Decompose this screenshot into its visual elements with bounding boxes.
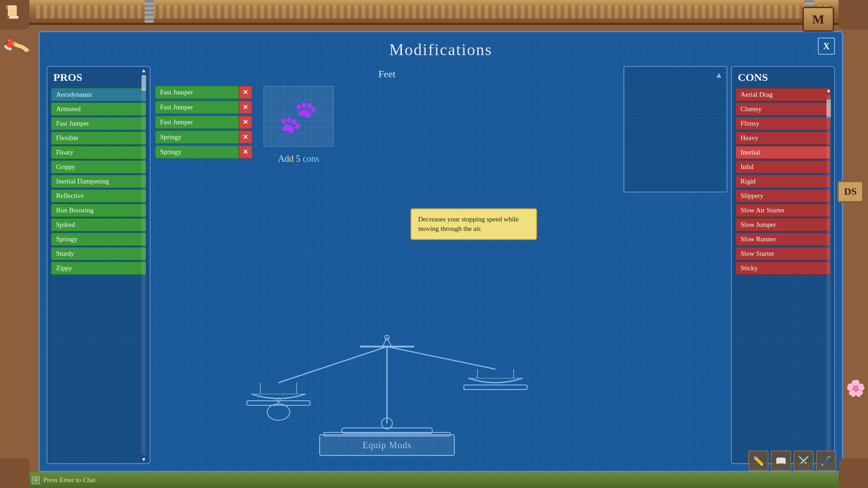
pros-scroll-track (142, 75, 146, 455)
sword-tool-button[interactable]: ⚔️ (793, 450, 814, 471)
cons-item-inful[interactable]: Inful (736, 160, 830, 174)
cons-item-heavy[interactable]: Heavy (736, 131, 830, 145)
svg-line-1 (387, 347, 495, 369)
pros-scroll-down-arrow[interactable]: ▼ (141, 456, 146, 463)
pros-item-flexible[interactable]: Flexible (51, 131, 146, 145)
scale-container (151, 333, 623, 437)
cons-panel: CONS Aerial DragClumsyFlimsyHeavyInertia… (731, 66, 835, 464)
equipped-panel: Fast Jumper✕Fast Jumper✕Fast Jumper✕Spri… (155, 86, 252, 164)
corner-bottom-left (0, 459, 29, 488)
pros-item-sturdy[interactable]: Sturdy (51, 247, 146, 260)
pros-scroll-thumb[interactable] (142, 75, 146, 91)
svg-line-0 (278, 347, 387, 383)
cons-scroll-container: ▲ ▼ (826, 87, 832, 461)
pros-panel: PROS AerodynamicArmoredFast JumperFlexib… (47, 66, 151, 464)
book-tool-button[interactable]: 📖 (771, 450, 791, 471)
equipped-name-eq5: Springy (155, 145, 239, 159)
equipped-remove-eq1[interactable]: ✕ (239, 86, 252, 99)
edit-tool-button[interactable]: 🖊️ (816, 450, 836, 471)
equipped-remove-eq4[interactable]: ✕ (239, 131, 252, 144)
cons-item-slow_starter[interactable]: Slow Starter (736, 247, 830, 260)
corner-top-right (839, 0, 868, 29)
svg-marker-4 (382, 338, 392, 347)
right-pan-up-arrow: ▲ (715, 70, 723, 80)
close-button[interactable]: X (818, 38, 835, 55)
equip-mods-button[interactable]: Equip Mods (319, 434, 455, 456)
chat-prompt: + Press Enter to Chat (32, 476, 95, 484)
equipped-item-eq3: Fast Jumper✕ (155, 116, 252, 129)
cons-scroll-thumb[interactable] (826, 99, 831, 117)
equipped-item-eq5: Springy✕ (155, 145, 252, 159)
cons-word: cons (302, 154, 319, 164)
cons-item-slow_jumper[interactable]: Slow Jumper (736, 218, 830, 231)
svg-point-14 (267, 404, 290, 420)
feet-image-box: 🐾 (264, 86, 334, 147)
pros-item-fast_jumper[interactable]: Fast Jumper (51, 117, 146, 130)
cons-item-sticky[interactable]: Sticky (736, 262, 830, 275)
modifications-modal: X Modifications PROS AerodynamicArmoredF… (38, 31, 843, 472)
top-bar-comb (36, 5, 832, 19)
equipped-remove-eq5[interactable]: ✕ (239, 145, 252, 159)
flower-decoration: 🌸 (846, 379, 866, 398)
cons-scroll-up-arrow[interactable]: ▲ (826, 87, 831, 94)
chain-left (145, 0, 154, 23)
corner-top-left (0, 0, 29, 29)
pros-title: PROS (51, 71, 146, 84)
cons-item-slow_runner[interactable]: Slow Runner (736, 233, 830, 246)
feet-image: 🐾 (279, 98, 318, 135)
equipped-name-eq4: Springy (155, 131, 239, 144)
cons-item-slippery[interactable]: Slippery (736, 189, 830, 202)
content-area: PROS AerodynamicArmoredFast JumperFlexib… (47, 66, 835, 464)
equipped-item-eq4: Springy✕ (155, 131, 252, 144)
cons-item-clumsy[interactable]: Clumsy (736, 103, 830, 116)
add-cons-text: Add 5 cons (278, 154, 319, 164)
pros-list: AerodynamicArmoredFast JumperFlexibleFlo… (51, 88, 146, 275)
pencil-tool-button[interactable]: ✏️ (748, 450, 769, 471)
modal-title: Modifications (40, 32, 842, 59)
pros-item-reflective[interactable]: Reflective (51, 189, 146, 202)
equipped-remove-eq3[interactable]: ✕ (239, 116, 252, 129)
pros-item-inertial_dampening[interactable]: Inertial Dampening (51, 175, 146, 188)
cons-item-inertial[interactable]: Inertial (736, 146, 830, 159)
equipped-name-eq3: Fast Jumper (155, 116, 239, 129)
chat-prompt-text: Press Enter to Chat (43, 476, 95, 484)
pros-item-armored[interactable]: Armored (51, 103, 146, 116)
pros-item-zippy[interactable]: Zippy (51, 262, 146, 275)
cons-item-rigid[interactable]: Rigid (736, 175, 830, 188)
pros-scroll-container: ▲ ▼ (140, 67, 147, 463)
scale-svg (151, 333, 623, 437)
pros-item-springy[interactable]: Springy (51, 233, 146, 246)
cons-item-flimsy[interactable]: Flimsy (736, 117, 830, 130)
chat-plus-icon[interactable]: + (32, 476, 40, 484)
equipped-name-eq2: Fast Jumper (155, 101, 239, 114)
m-badge[interactable]: M (802, 7, 834, 32)
pros-item-aerodynamic[interactable]: Aerodynamic (51, 88, 146, 101)
bottom-bar: + Press Enter to Chat (0, 472, 868, 488)
pros-item-floaty[interactable]: Floaty (51, 146, 146, 159)
part-name-label: Feet (378, 68, 396, 80)
ds-badge: DS (837, 181, 863, 202)
cons-scroll-track (826, 95, 831, 453)
pros-item-grippy[interactable]: Grippy (51, 160, 146, 174)
cons-item-slow_air_starter[interactable]: Slow Air Starter (736, 204, 830, 217)
equipped-remove-eq2[interactable]: ✕ (239, 101, 252, 114)
pros-item-spiked[interactable]: Spiked (51, 218, 146, 231)
pros-item-run_boosting[interactable]: Run Boosting (51, 204, 146, 217)
tooltip: Decreases your stopping speed while movi… (410, 208, 537, 240)
equipped-item-eq2: Fast Jumper✕ (155, 101, 252, 114)
bottom-tools: ✏️ 📖 ⚔️ 🖊️ (748, 450, 836, 471)
equipped-name-eq1: Fast Jumper (155, 86, 239, 99)
equipped-item-eq1: Fast Jumper✕ (155, 86, 252, 99)
corner-bottom-right (839, 459, 868, 488)
pros-scroll-up-arrow[interactable]: ▲ (141, 67, 146, 74)
svg-rect-13 (464, 385, 527, 389)
cons-item-aerial_drag[interactable]: Aerial Drag (736, 88, 830, 101)
cons-list: Aerial DragClumsyFlimsyHeavyInertialInfu… (736, 88, 830, 275)
tooltip-text: Decreases your stopping speed while movi… (418, 216, 519, 232)
cons-title: CONS (736, 71, 830, 84)
center-container: Feet Fast Jumper✕Fast Jumper✕Fast Jumper… (151, 66, 623, 464)
